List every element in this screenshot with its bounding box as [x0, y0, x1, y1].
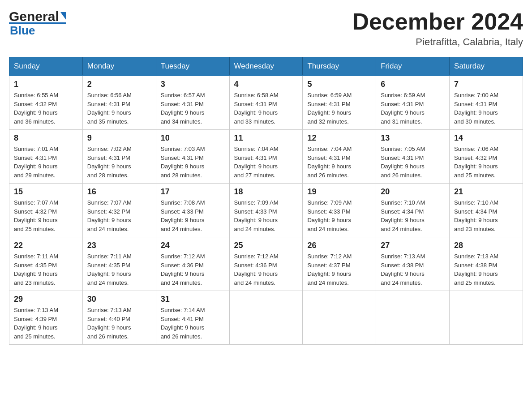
day-info: Sunrise: 7:08 AMSunset: 4:33 PMDaylight:… [161, 198, 225, 233]
calendar-week-1: 1Sunrise: 6:55 AMSunset: 4:32 PMDaylight… [9, 76, 523, 130]
day-info: Sunrise: 7:09 AMSunset: 4:33 PMDaylight:… [234, 198, 298, 233]
day-info: Sunrise: 6:59 AMSunset: 4:31 PMDaylight:… [381, 91, 445, 126]
day-number: 5 [307, 80, 371, 89]
day-info: Sunrise: 7:04 AMSunset: 4:31 PMDaylight:… [234, 145, 298, 180]
day-number: 27 [381, 241, 445, 250]
calendar-cell: 24Sunrise: 7:12 AMSunset: 4:36 PMDayligh… [156, 237, 229, 291]
day-info: Sunrise: 7:12 AMSunset: 4:36 PMDaylight:… [234, 252, 298, 287]
day-number: 9 [87, 133, 151, 143]
calendar-cell: 14Sunrise: 7:06 AMSunset: 4:32 PMDayligh… [450, 130, 523, 184]
calendar-cell: 19Sunrise: 7:09 AMSunset: 4:33 PMDayligh… [303, 184, 376, 237]
day-info: Sunrise: 6:55 AMSunset: 4:32 PMDaylight:… [14, 91, 78, 126]
calendar-cell: 26Sunrise: 7:12 AMSunset: 4:37 PMDayligh… [303, 237, 376, 291]
calendar-week-5: 29Sunrise: 7:13 AMSunset: 4:39 PMDayligh… [9, 291, 523, 345]
calendar-cell: 18Sunrise: 7:09 AMSunset: 4:33 PMDayligh… [229, 184, 303, 237]
day-number: 22 [14, 241, 78, 250]
calendar-cell: 12Sunrise: 7:04 AMSunset: 4:31 PMDayligh… [303, 130, 376, 184]
calendar-cell: 7Sunrise: 7:00 AMSunset: 4:31 PMDaylight… [450, 76, 523, 130]
calendar-header-tuesday: Tuesday [156, 57, 229, 76]
day-number: 12 [307, 133, 371, 143]
day-number: 13 [381, 133, 445, 143]
day-info: Sunrise: 7:05 AMSunset: 4:31 PMDaylight:… [381, 145, 445, 180]
day-info: Sunrise: 6:58 AMSunset: 4:31 PMDaylight:… [234, 91, 298, 126]
day-number: 24 [161, 241, 225, 250]
logo: General Blue [9, 9, 66, 38]
day-info: Sunrise: 7:12 AMSunset: 4:37 PMDaylight:… [307, 252, 371, 287]
day-number: 14 [454, 133, 518, 143]
day-number: 20 [381, 187, 445, 197]
calendar-cell: 25Sunrise: 7:12 AMSunset: 4:36 PMDayligh… [229, 237, 303, 291]
calendar-cell: 5Sunrise: 6:59 AMSunset: 4:31 PMDaylight… [303, 76, 376, 130]
day-number: 1 [14, 80, 78, 89]
day-info: Sunrise: 7:13 AMSunset: 4:40 PMDaylight:… [87, 306, 151, 341]
day-number: 11 [234, 133, 298, 143]
day-number: 10 [161, 133, 225, 143]
calendar-cell: 27Sunrise: 7:13 AMSunset: 4:38 PMDayligh… [376, 237, 450, 291]
day-info: Sunrise: 6:57 AMSunset: 4:31 PMDaylight:… [161, 91, 225, 126]
calendar-header-monday: Monday [82, 57, 156, 76]
calendar-week-2: 8Sunrise: 7:01 AMSunset: 4:31 PMDaylight… [9, 130, 523, 184]
day-info: Sunrise: 7:11 AMSunset: 4:35 PMDaylight:… [87, 252, 151, 287]
calendar-cell: 4Sunrise: 6:58 AMSunset: 4:31 PMDaylight… [229, 76, 303, 130]
day-number: 26 [307, 241, 371, 250]
day-number: 4 [234, 80, 298, 89]
calendar-header-row: SundayMondayTuesdayWednesdayThursdayFrid… [9, 57, 523, 76]
calendar-cell: 1Sunrise: 6:55 AMSunset: 4:32 PMDaylight… [9, 76, 83, 130]
day-info: Sunrise: 7:10 AMSunset: 4:34 PMDaylight:… [454, 198, 518, 233]
calendar-cell: 29Sunrise: 7:13 AMSunset: 4:39 PMDayligh… [9, 291, 83, 345]
day-info: Sunrise: 7:13 AMSunset: 4:38 PMDaylight:… [454, 252, 518, 287]
day-info: Sunrise: 7:13 AMSunset: 4:39 PMDaylight:… [14, 306, 78, 341]
calendar-cell: 23Sunrise: 7:11 AMSunset: 4:35 PMDayligh… [82, 237, 156, 291]
calendar-cell: 2Sunrise: 6:56 AMSunset: 4:31 PMDaylight… [82, 76, 156, 130]
calendar-header-wednesday: Wednesday [229, 57, 303, 76]
calendar-cell: 28Sunrise: 7:13 AMSunset: 4:38 PMDayligh… [450, 237, 523, 291]
day-number: 23 [87, 241, 151, 250]
calendar-cell: 10Sunrise: 7:03 AMSunset: 4:31 PMDayligh… [156, 130, 229, 184]
logo-blue-text: Blue [9, 24, 35, 38]
calendar-cell: 16Sunrise: 7:07 AMSunset: 4:32 PMDayligh… [82, 184, 156, 237]
calendar-cell: 8Sunrise: 7:01 AMSunset: 4:31 PMDaylight… [9, 130, 83, 184]
day-number: 19 [307, 187, 371, 197]
day-info: Sunrise: 7:09 AMSunset: 4:33 PMDaylight:… [307, 198, 371, 233]
day-info: Sunrise: 7:02 AMSunset: 4:31 PMDaylight:… [87, 145, 151, 180]
calendar-cell: 20Sunrise: 7:10 AMSunset: 4:34 PMDayligh… [376, 184, 450, 237]
title-section: December 2024 Pietrafitta, Calabria, Ita… [352, 9, 523, 48]
calendar-cell: 17Sunrise: 7:08 AMSunset: 4:33 PMDayligh… [156, 184, 229, 237]
calendar-cell: 9Sunrise: 7:02 AMSunset: 4:31 PMDaylight… [82, 130, 156, 184]
day-info: Sunrise: 7:04 AMSunset: 4:31 PMDaylight:… [307, 145, 371, 180]
month-title: December 2024 [352, 9, 523, 34]
day-info: Sunrise: 6:59 AMSunset: 4:31 PMDaylight:… [307, 91, 371, 126]
calendar-cell [450, 291, 523, 345]
day-info: Sunrise: 7:06 AMSunset: 4:32 PMDaylight:… [454, 145, 518, 180]
day-number: 31 [161, 295, 225, 304]
calendar-cell: 6Sunrise: 6:59 AMSunset: 4:31 PMDaylight… [376, 76, 450, 130]
calendar-cell: 31Sunrise: 7:14 AMSunset: 4:41 PMDayligh… [156, 291, 229, 345]
calendar-header-sunday: Sunday [9, 57, 83, 76]
calendar-cell: 3Sunrise: 6:57 AMSunset: 4:31 PMDaylight… [156, 76, 229, 130]
day-info: Sunrise: 7:07 AMSunset: 4:32 PMDaylight:… [14, 198, 78, 233]
calendar-cell [303, 291, 376, 345]
day-info: Sunrise: 6:56 AMSunset: 4:31 PMDaylight:… [87, 91, 151, 126]
day-number: 25 [234, 241, 298, 250]
calendar-cell: 11Sunrise: 7:04 AMSunset: 4:31 PMDayligh… [229, 130, 303, 184]
calendar-week-4: 22Sunrise: 7:11 AMSunset: 4:35 PMDayligh… [9, 237, 523, 291]
day-number: 2 [87, 80, 151, 89]
day-number: 8 [14, 133, 78, 143]
day-info: Sunrise: 7:01 AMSunset: 4:31 PMDaylight:… [14, 145, 78, 180]
calendar-cell: 30Sunrise: 7:13 AMSunset: 4:40 PMDayligh… [82, 291, 156, 345]
day-info: Sunrise: 7:11 AMSunset: 4:35 PMDaylight:… [14, 252, 78, 287]
calendar-cell [376, 291, 450, 345]
day-info: Sunrise: 7:14 AMSunset: 4:41 PMDaylight:… [161, 306, 225, 341]
calendar-cell: 22Sunrise: 7:11 AMSunset: 4:35 PMDayligh… [9, 237, 83, 291]
location-subtitle: Pietrafitta, Calabria, Italy [352, 36, 523, 48]
day-number: 17 [161, 187, 225, 197]
day-number: 28 [454, 241, 518, 250]
day-number: 29 [14, 295, 78, 304]
day-number: 30 [87, 295, 151, 304]
day-number: 18 [234, 187, 298, 197]
calendar-header-saturday: Saturday [450, 57, 523, 76]
calendar-week-3: 15Sunrise: 7:07 AMSunset: 4:32 PMDayligh… [9, 184, 523, 237]
page-header: General Blue December 2024 Pietrafitta, … [9, 9, 523, 48]
day-number: 3 [161, 80, 225, 89]
logo-general-text: General [9, 9, 59, 24]
